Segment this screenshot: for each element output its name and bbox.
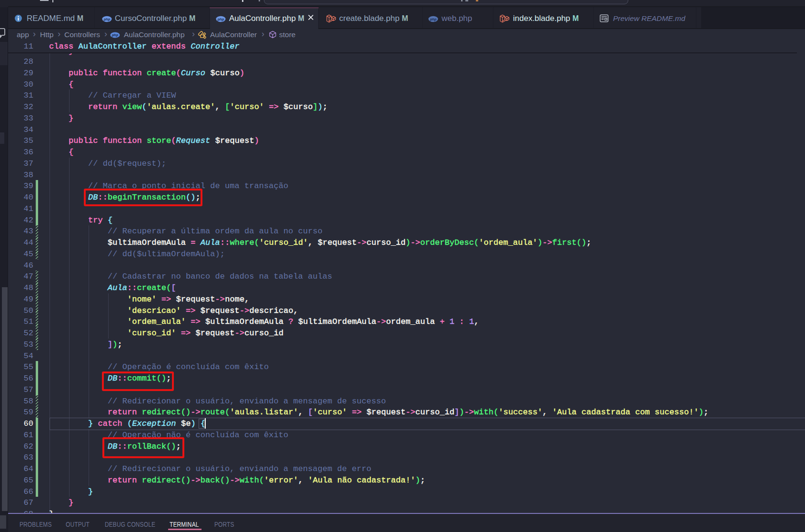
- svg-text:php: php: [217, 17, 224, 21]
- svg-text:php: php: [103, 17, 111, 21]
- svg-text:php: php: [430, 17, 437, 21]
- svg-text:php: php: [111, 33, 119, 37]
